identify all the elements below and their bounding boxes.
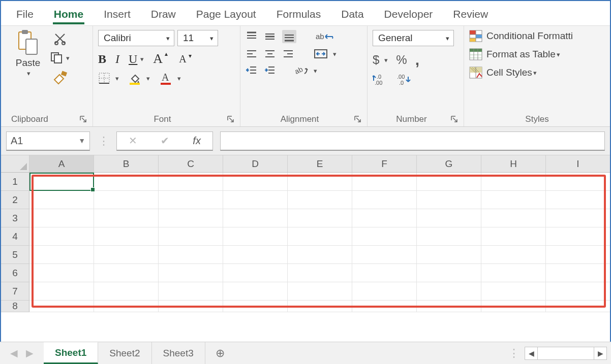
paste-button[interactable]: Paste ▾ xyxy=(11,30,45,77)
row-header[interactable]: 7 xyxy=(1,282,29,301)
cell[interactable] xyxy=(29,282,94,301)
fill-color-button[interactable] xyxy=(128,72,141,85)
add-sheet-button[interactable]: ⊕ xyxy=(205,342,235,364)
sheet-nav-prev-icon[interactable]: ◀ xyxy=(10,347,18,359)
underline-button[interactable]: U xyxy=(129,52,137,66)
cell[interactable] xyxy=(29,209,94,227)
comma-button[interactable]: , xyxy=(415,51,419,69)
col-header[interactable]: A xyxy=(29,155,94,172)
tab-data[interactable]: Data xyxy=(340,6,364,25)
cell[interactable] xyxy=(481,264,546,282)
cell[interactable] xyxy=(481,227,546,246)
cell[interactable] xyxy=(223,209,288,227)
scroll-track[interactable] xyxy=(538,347,594,360)
name-box[interactable]: A1 ▼ xyxy=(6,131,90,151)
col-header[interactable]: H xyxy=(481,155,546,172)
cell[interactable] xyxy=(481,209,546,227)
cell[interactable] xyxy=(352,282,417,301)
italic-button[interactable]: I xyxy=(115,52,119,66)
merge-center-button[interactable] xyxy=(314,48,328,59)
cell[interactable] xyxy=(94,246,159,264)
tab-insert[interactable]: Insert xyxy=(103,6,132,25)
cell[interactable] xyxy=(159,173,223,191)
cell[interactable] xyxy=(288,191,352,209)
format-as-table-button[interactable]: Format as Table ▾ xyxy=(486,49,560,60)
cell[interactable] xyxy=(29,301,94,312)
cell[interactable] xyxy=(223,191,288,209)
formula-input[interactable] xyxy=(220,131,605,151)
tab-review[interactable]: Review xyxy=(452,6,489,25)
cell[interactable] xyxy=(94,282,159,301)
cell[interactable] xyxy=(29,246,94,264)
row-header[interactable]: 6 xyxy=(1,264,29,282)
row-header[interactable]: 8 xyxy=(1,301,29,312)
cell[interactable] xyxy=(417,191,481,209)
cell[interactable] xyxy=(417,264,481,282)
cell[interactable] xyxy=(417,227,481,246)
col-header[interactable]: E xyxy=(288,155,352,172)
cell[interactable] xyxy=(29,227,94,246)
cell[interactable] xyxy=(546,246,610,264)
chevron-down-icon[interactable]: ▾ xyxy=(66,54,70,62)
cell[interactable] xyxy=(29,264,94,282)
font-name-combo[interactable]: Calibri ▾ xyxy=(98,30,174,46)
currency-button[interactable]: $ xyxy=(373,53,379,67)
cell[interactable] xyxy=(481,282,546,301)
cell[interactable] xyxy=(223,173,288,191)
cell[interactable] xyxy=(223,264,288,282)
align-middle-button[interactable] xyxy=(264,31,276,42)
cell[interactable] xyxy=(481,301,546,312)
enter-formula-button[interactable]: ✔ xyxy=(161,135,169,147)
tab-developer[interactable]: Developer xyxy=(383,6,434,25)
chevron-down-icon[interactable]: ▾ xyxy=(384,56,388,64)
cell[interactable] xyxy=(288,264,352,282)
cell[interactable] xyxy=(159,246,223,264)
borders-button[interactable] xyxy=(98,72,110,84)
scroll-left-icon[interactable]: ◀ xyxy=(525,347,538,360)
wrap-text-button[interactable]: ab xyxy=(316,34,335,40)
select-all-button[interactable] xyxy=(1,155,29,172)
cell[interactable] xyxy=(352,264,417,282)
align-top-button[interactable] xyxy=(246,31,258,42)
col-header[interactable]: G xyxy=(417,155,481,172)
col-header[interactable]: I xyxy=(546,155,610,172)
cell[interactable] xyxy=(546,191,610,209)
cell[interactable] xyxy=(352,191,417,209)
scroll-right-icon[interactable]: ▶ xyxy=(594,347,607,360)
cell[interactable] xyxy=(94,173,159,191)
cell[interactable] xyxy=(223,282,288,301)
chevron-down-icon[interactable]: ▾ xyxy=(27,70,30,77)
tab-formulas[interactable]: Formulas xyxy=(276,6,322,25)
cancel-formula-button[interactable]: ✕ xyxy=(129,135,137,147)
bold-button[interactable]: B xyxy=(98,52,106,66)
row-header[interactable]: 1 xyxy=(1,173,29,191)
tab-home[interactable]: Home xyxy=(53,6,84,25)
cell[interactable] xyxy=(159,191,223,209)
dialog-launcher-icon[interactable] xyxy=(227,115,235,123)
sheet-nav-next-icon[interactable]: ▶ xyxy=(26,347,34,359)
cell[interactable] xyxy=(223,301,288,312)
font-size-combo[interactable]: 11 ▾ xyxy=(177,30,218,46)
cell[interactable] xyxy=(288,227,352,246)
cell[interactable] xyxy=(546,173,610,191)
cell[interactable] xyxy=(94,264,159,282)
cell[interactable] xyxy=(29,173,94,191)
cell[interactable] xyxy=(159,264,223,282)
cell[interactable] xyxy=(417,209,481,227)
col-header[interactable]: C xyxy=(159,155,223,172)
cell[interactable] xyxy=(94,227,159,246)
cell[interactable] xyxy=(546,227,610,246)
dialog-launcher-icon[interactable] xyxy=(450,115,459,123)
align-bottom-button[interactable] xyxy=(282,30,296,43)
cell[interactable] xyxy=(288,173,352,191)
cell[interactable] xyxy=(288,282,352,301)
row-header[interactable]: 4 xyxy=(1,227,29,246)
cell[interactable] xyxy=(159,227,223,246)
insert-function-button[interactable]: fx xyxy=(193,135,201,147)
number-format-combo[interactable]: General ▾ xyxy=(373,30,454,46)
grow-font-button[interactable]: A▴ xyxy=(153,51,163,67)
tab-draw[interactable]: Draw xyxy=(150,6,177,25)
cell[interactable] xyxy=(94,209,159,227)
cut-button[interactable] xyxy=(53,32,67,45)
sheet-tab[interactable]: Sheet1 xyxy=(44,342,98,364)
